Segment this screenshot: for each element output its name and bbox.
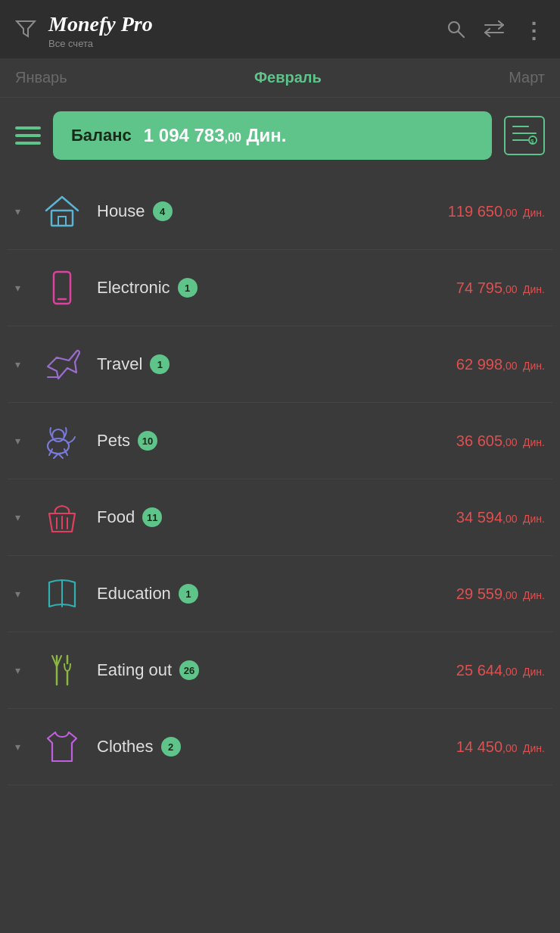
- category-badge-pets: 10: [138, 431, 157, 451]
- svg-point-16: [52, 429, 64, 442]
- month-nav: Январь Февраль Март: [0, 58, 560, 98]
- category-item-house[interactable]: ▾ House 4 119 650,00 Дин.: [8, 173, 552, 250]
- category-amount-electronic: 74 795,00 Дин.: [456, 279, 545, 297]
- category-amount-food: 34 594,00 Дин.: [456, 509, 545, 526]
- month-prev[interactable]: Январь: [15, 69, 67, 86]
- tshirt-icon: [38, 722, 86, 771]
- category-info-eating-out: Eating out 26: [97, 660, 456, 680]
- app-title: Monefy Pro: [48, 12, 153, 36]
- balance-amount: 1 094 783,00 Дин.: [144, 125, 287, 146]
- category-name-education: Education: [97, 584, 171, 604]
- fork-icon: [38, 646, 86, 694]
- month-current[interactable]: Февраль: [254, 69, 322, 86]
- category-info-food: Food 11: [97, 507, 456, 527]
- category-item-electronic[interactable]: ▾ Electronic 1 74 795,00 Дин.: [8, 250, 552, 326]
- sort-filter-icon[interactable]: $: [504, 116, 545, 155]
- category-item-pets[interactable]: ▾ Pets 10 36 605,00 Дин.: [8, 403, 552, 479]
- category-amount-house: 119 650,00 Дин.: [448, 203, 545, 220]
- header-right: ⋮: [446, 18, 545, 43]
- category-amount-eating-out: 25 644,00 Дин.: [456, 662, 545, 679]
- chevron-icon: ▾: [15, 511, 30, 523]
- phone-icon: [38, 264, 86, 312]
- category-badge-house: 4: [153, 201, 173, 221]
- category-item-eating-out[interactable]: ▾ Eating out 26 25 644,00 Дин.: [8, 632, 552, 709]
- category-name-eating-out: Eating out: [97, 660, 172, 680]
- svg-line-17: [54, 454, 58, 458]
- category-info-house: House 4: [97, 201, 448, 221]
- plane-icon: [38, 340, 86, 388]
- chevron-icon: ▾: [15, 358, 30, 370]
- category-badge-eating-out: 26: [179, 660, 199, 680]
- chevron-icon: ▾: [15, 741, 30, 753]
- search-icon[interactable]: [446, 19, 465, 43]
- category-item-food[interactable]: ▾ Food 11 34 594,00 Дин.: [8, 479, 552, 556]
- app-subtitle: Все счета: [48, 38, 153, 49]
- book-icon: [38, 569, 86, 618]
- category-amount-education: 29 559,00 Дин.: [456, 585, 545, 603]
- category-info-pets: Pets 10: [97, 431, 456, 451]
- category-info-clothes: Clothes 2: [97, 737, 456, 757]
- category-item-clothes[interactable]: ▾ Clothes 2 14 450,00 Дин.: [8, 709, 552, 785]
- chevron-icon: ▾: [15, 435, 30, 447]
- category-item-education[interactable]: ▾ Education 1 29 559,00 Дин.: [8, 556, 552, 632]
- category-item-travel[interactable]: ▾ Travel 1 62 998,00 Дин.: [8, 326, 552, 403]
- category-badge-electronic: 1: [178, 278, 198, 298]
- category-badge-food: 11: [142, 507, 162, 527]
- category-amount-travel: 62 998,00 Дин.: [456, 356, 545, 373]
- chevron-icon: ▾: [15, 205, 30, 217]
- dog-icon: [38, 417, 86, 465]
- category-name-electronic: Electronic: [97, 278, 170, 298]
- chevron-icon: ▾: [15, 588, 30, 600]
- more-icon[interactable]: ⋮: [523, 18, 545, 43]
- hamburger-icon[interactable]: [15, 126, 41, 145]
- svg-line-2: [459, 31, 465, 37]
- category-amount-pets: 36 605,00 Дин.: [456, 432, 545, 450]
- filter-icon[interactable]: [15, 18, 36, 44]
- category-name-pets: Pets: [97, 431, 130, 451]
- category-info-travel: Travel 1: [97, 354, 456, 374]
- balance-bar: Баланс 1 094 783,00 Дин. $: [0, 98, 560, 173]
- category-amount-clothes: 14 450,00 Дин.: [456, 738, 545, 756]
- category-name-house: House: [97, 201, 145, 221]
- chevron-icon: ▾: [15, 664, 30, 676]
- house-icon: [38, 187, 86, 236]
- app-title-block: Monefy Pro Все счета: [48, 12, 153, 49]
- category-badge-clothes: 2: [161, 737, 181, 757]
- svg-marker-0: [17, 21, 35, 36]
- balance-pill[interactable]: Баланс 1 094 783,00 Дин.: [53, 111, 492, 160]
- category-info-electronic: Electronic 1: [97, 278, 456, 298]
- category-badge-education: 1: [179, 584, 198, 604]
- category-list: ▾ House 4 119 650,00 Дин. ▾ Electronic: [0, 173, 560, 785]
- header-left: Monefy Pro Все счета: [15, 12, 153, 49]
- svg-line-18: [58, 454, 63, 458]
- category-name-travel: Travel: [97, 354, 142, 374]
- category-badge-travel: 1: [150, 354, 170, 374]
- transfer-icon[interactable]: [484, 19, 505, 43]
- basket-icon: [38, 493, 86, 541]
- svg-text:$: $: [530, 138, 534, 145]
- category-name-food: Food: [97, 507, 135, 527]
- month-next[interactable]: Март: [509, 69, 545, 86]
- chevron-icon: ▾: [15, 282, 30, 294]
- category-info-education: Education 1: [97, 584, 456, 604]
- svg-rect-10: [51, 211, 73, 226]
- header: Monefy Pro Все счета ⋮: [0, 0, 560, 58]
- balance-label: Баланс: [71, 126, 132, 145]
- category-name-clothes: Clothes: [97, 737, 154, 757]
- svg-rect-11: [58, 217, 66, 226]
